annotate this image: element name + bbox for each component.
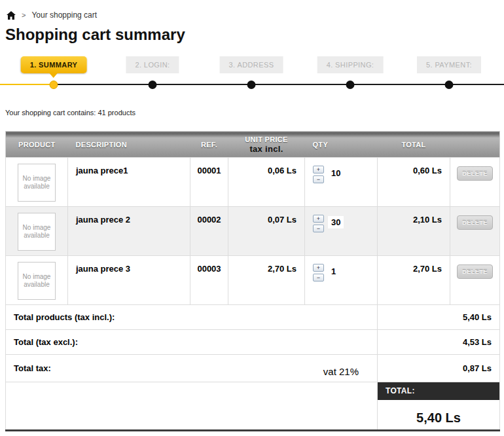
unit-price: 2,70 Ls xyxy=(228,256,305,305)
cart-row: No image available jauna prece1 00001 0,… xyxy=(6,158,500,207)
header-description: DESCRIPTION xyxy=(68,132,190,158)
line-total: 2,70 Ls xyxy=(378,256,450,305)
qty-increase-button[interactable]: + xyxy=(313,264,324,272)
step-label-payment: 5. PAYMENT: xyxy=(417,56,481,73)
qty-input[interactable]: 10 xyxy=(328,167,344,179)
delete-cell: DELETE xyxy=(450,207,500,256)
unit-price: 0,07 Ls xyxy=(228,207,305,256)
breadcrumb: > Your shopping cart xyxy=(0,0,504,20)
step-dot-login xyxy=(149,81,157,89)
grand-total-cell: TOTAL: 5,40 Ls xyxy=(378,382,500,431)
step-dot-shipping xyxy=(346,81,355,89)
qty-decrease-button[interactable]: − xyxy=(313,225,324,232)
breadcrumb-separator: > xyxy=(22,11,26,19)
qty-input[interactable]: 1 xyxy=(328,265,339,278)
product-name: jauna prece 3 xyxy=(68,256,190,305)
product-name: jauna prece 2 xyxy=(68,207,190,256)
cart-row: No image available jauna prece 2 00002 0… xyxy=(6,207,500,256)
product-ref: 00003 xyxy=(190,256,228,305)
header-ref: REF. xyxy=(190,132,228,158)
no-image-placeholder[interactable]: No image available xyxy=(18,164,56,202)
grand-total-row: TOTAL: 5,40 Ls xyxy=(6,382,500,431)
header-tax-incl-label: tax incl. xyxy=(228,144,305,154)
qty-decrease-button[interactable]: − xyxy=(313,274,324,282)
home-icon[interactable] xyxy=(7,11,16,20)
step-dot-address xyxy=(247,81,256,89)
cart-table: PRODUCT DESCRIPTION REF. UNIT PRICE tax … xyxy=(5,131,500,431)
total-excl-label: Total (tax excl.): xyxy=(6,330,378,355)
cart-contains-text: Your shopping cart contains: 41 products xyxy=(5,109,504,117)
total-products-value: 5,40 Ls xyxy=(378,305,500,330)
product-ref: 00002 xyxy=(190,207,228,256)
step-dot-payment xyxy=(445,81,454,89)
product-ref: 00001 xyxy=(190,158,228,207)
qty-increase-button[interactable]: + xyxy=(313,166,324,173)
vat-rate-note: vat 21% xyxy=(323,359,359,377)
qty-decrease-button[interactable]: − xyxy=(313,175,324,183)
grand-total-spacer xyxy=(6,382,378,431)
delete-button[interactable]: DELETE xyxy=(457,215,493,230)
cart-row: No image available jauna prece 3 00003 2… xyxy=(6,256,500,305)
qty-cell: + − 1 xyxy=(305,256,378,305)
header-unit-price-label: UNIT PRICE xyxy=(245,136,287,143)
grand-total-label: TOTAL: xyxy=(378,382,499,400)
qty-input[interactable]: 30 xyxy=(328,216,344,228)
step-track-done xyxy=(0,84,51,85)
total-tax-row: Total tax: vat 21% 0,87 Ls xyxy=(6,355,500,382)
total-tax-value: 0,87 Ls xyxy=(378,355,500,382)
step-label-login: 2. LOGIN: xyxy=(126,56,179,73)
total-tax-label: Total tax: xyxy=(14,363,51,373)
delete-button[interactable]: DELETE xyxy=(457,264,493,279)
product-image-cell: No image available xyxy=(6,158,68,207)
qty-cell: + − 10 xyxy=(305,158,378,207)
delete-cell: DELETE xyxy=(450,158,500,207)
delete-cell: DELETE xyxy=(450,256,500,305)
step-label-summary: 1. SUMMARY xyxy=(21,56,87,73)
qty-cell: + − 30 xyxy=(305,207,378,256)
page-title: Shopping cart summary xyxy=(5,26,504,43)
step-label-shipping: 4. SHIPPING: xyxy=(317,56,384,73)
total-excl-value: 4,53 Ls xyxy=(378,330,500,355)
total-products-label: Total products (tax incl.): xyxy=(6,305,378,330)
product-image-cell: No image available xyxy=(6,207,68,256)
step-dot-summary xyxy=(50,81,58,89)
product-image-cell: No image available xyxy=(6,256,68,305)
step-label-address: 3. ADDRESS xyxy=(220,56,283,73)
qty-increase-button[interactable]: + xyxy=(313,215,324,223)
total-products-row: Total products (tax incl.): 5,40 Ls xyxy=(6,305,500,330)
delete-button[interactable]: DELETE xyxy=(457,166,493,181)
header-delete xyxy=(450,132,500,158)
line-total: 0,60 Ls xyxy=(378,158,450,207)
checkout-steps: 1. SUMMARY 2. LOGIN: 3. ADDRESS 4. SHIPP… xyxy=(0,55,504,93)
no-image-placeholder[interactable]: No image available xyxy=(18,262,56,300)
table-header-row: PRODUCT DESCRIPTION REF. UNIT PRICE tax … xyxy=(6,132,500,158)
header-product: PRODUCT xyxy=(6,132,68,158)
total-excl-row: Total (tax excl.): 4,53 Ls xyxy=(6,330,500,355)
product-name: jauna prece1 xyxy=(68,158,190,207)
header-qty: QTY xyxy=(305,132,378,158)
header-unit-price: UNIT PRICE tax incl. xyxy=(228,132,305,158)
line-total: 2,10 Ls xyxy=(378,207,450,256)
grand-total-value: 5,40 Ls xyxy=(378,410,499,426)
breadcrumb-current: Your shopping cart xyxy=(31,10,97,20)
unit-price: 0,06 Ls xyxy=(228,158,305,207)
no-image-placeholder[interactable]: No image available xyxy=(18,213,56,251)
header-total: TOTAL xyxy=(378,132,450,158)
